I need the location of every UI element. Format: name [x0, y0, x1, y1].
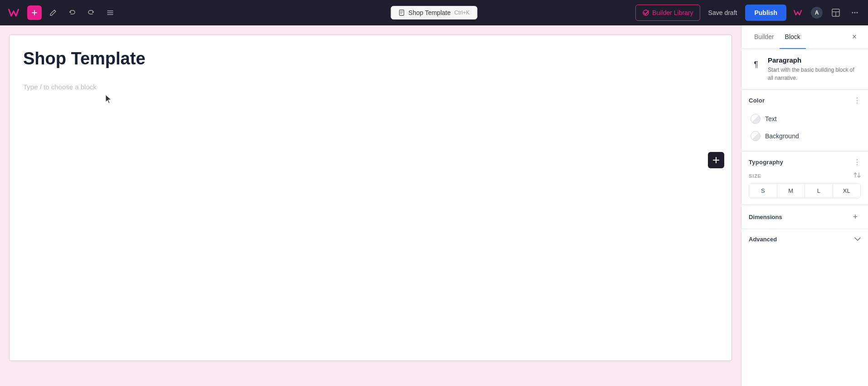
- dots-icon: ⋮: [853, 96, 861, 105]
- toolbar-right: Builder Library Save draft Publish A: [635, 5, 863, 21]
- toolbar: Shop Template Ctrl+K Builder Library Sav…: [0, 0, 868, 25]
- block-info: ¶ Paragraph Start with the basic buildin…: [741, 49, 868, 90]
- file-tab-title: Shop Template: [409, 9, 451, 16]
- paragraph-icon: ¶: [749, 57, 763, 72]
- more-options-button[interactable]: [847, 5, 863, 20]
- canvas-content[interactable]: Shop Template Type / to choose a block: [9, 34, 732, 361]
- dimensions-add-button[interactable]: +: [850, 211, 861, 222]
- cursor-indicator: [105, 94, 112, 105]
- typography-section: Typography ⋮ SIZE S M: [741, 151, 868, 205]
- size-label-text: SIZE: [749, 173, 761, 179]
- typography-dots-icon: ⋮: [853, 158, 861, 166]
- size-adjust-button[interactable]: [853, 172, 861, 180]
- color-label-text: Text: [765, 115, 777, 122]
- color-section-title: Color: [749, 97, 765, 104]
- svg-point-5: [857, 12, 858, 14]
- redo-button[interactable]: [83, 5, 99, 20]
- save-draft-label: Save draft: [708, 9, 737, 16]
- add-block-toolbar-button[interactable]: [27, 5, 42, 20]
- builder-library-label: Builder Library: [652, 9, 693, 16]
- svg-rect-0: [400, 10, 404, 15]
- color-section-menu-button[interactable]: ⋮: [853, 96, 861, 105]
- svg-point-4: [854, 12, 856, 14]
- menu-icon-button[interactable]: [102, 5, 118, 20]
- color-item-text[interactable]: Text: [749, 110, 861, 127]
- file-tab-shortcut: Ctrl+K: [454, 10, 470, 16]
- size-btn-m[interactable]: M: [777, 184, 805, 198]
- panel-close-button[interactable]: ×: [848, 31, 861, 44]
- size-label-area: SIZE: [749, 172, 861, 180]
- undo-button[interactable]: [64, 5, 80, 20]
- edit-icon-button[interactable]: [45, 5, 61, 20]
- size-btn-l[interactable]: L: [805, 184, 833, 198]
- tab-builder-label: Builder: [754, 33, 774, 40]
- close-icon: ×: [852, 32, 857, 42]
- block-title: Paragraph: [768, 56, 861, 64]
- woo-icon-button[interactable]: [790, 5, 805, 20]
- size-btn-xl[interactable]: XL: [833, 184, 861, 198]
- block-description: Start with the basic building block of a…: [768, 66, 861, 82]
- advanced-header[interactable]: Advanced: [749, 235, 861, 243]
- file-tab-area: Shop Template Ctrl+K: [391, 6, 478, 20]
- dimensions-add-icon: +: [853, 212, 858, 222]
- advanced-section: Advanced: [741, 229, 868, 249]
- color-item-background[interactable]: Background: [749, 127, 861, 145]
- layout-icon-button[interactable]: [828, 5, 844, 20]
- canvas-area[interactable]: Shop Template Type / to choose a block: [0, 25, 741, 386]
- size-btn-s[interactable]: S: [749, 184, 777, 198]
- publish-label: Publish: [754, 9, 777, 16]
- tab-builder[interactable]: Builder: [749, 25, 780, 49]
- panel-header: Builder Block ×: [741, 25, 868, 49]
- color-circle-background: [751, 131, 761, 141]
- advanced-section-title: Advanced: [749, 236, 777, 243]
- tab-block-label: Block: [785, 33, 800, 40]
- color-section: Color ⋮ Text Background: [741, 90, 868, 151]
- color-label-background: Background: [765, 132, 799, 140]
- size-buttons-group: S M L XL: [749, 183, 861, 198]
- right-panel: Builder Block × ¶ Paragraph Start with t…: [741, 25, 868, 386]
- canvas-placeholder: Type / to choose a block: [23, 83, 718, 91]
- main-area: Shop Template Type / to choose a block B…: [0, 25, 868, 386]
- logo: [5, 5, 22, 21]
- save-draft-button[interactable]: Save draft: [704, 5, 742, 21]
- typography-section-menu-button[interactable]: ⋮: [853, 158, 861, 166]
- add-block-canvas-button[interactable]: [708, 152, 724, 168]
- publish-button[interactable]: Publish: [745, 5, 786, 21]
- dimensions-section-title: Dimensions: [749, 214, 782, 220]
- color-circle-text: [751, 114, 761, 124]
- builder-library-button[interactable]: Builder Library: [635, 5, 700, 21]
- file-tab[interactable]: Shop Template Ctrl+K: [391, 6, 478, 20]
- tab-block[interactable]: Block: [780, 25, 806, 49]
- advanced-chevron-button[interactable]: [854, 235, 861, 243]
- account-icon-button[interactable]: A: [809, 5, 824, 20]
- canvas-title: Shop Template: [23, 49, 718, 69]
- svg-point-3: [852, 12, 853, 14]
- typography-section-title: Typography: [749, 159, 783, 166]
- dimensions-section: Dimensions +: [741, 205, 868, 229]
